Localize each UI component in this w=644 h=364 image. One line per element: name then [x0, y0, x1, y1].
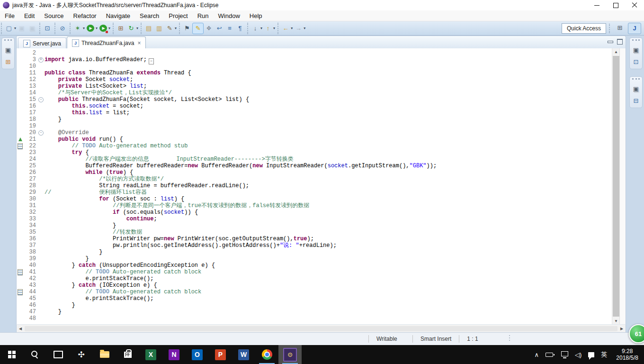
scroll-left-icon[interactable]: ◀ — [17, 327, 24, 331]
line-number[interactable]: 48 — [24, 315, 37, 322]
open-console-button[interactable]: ⊡ — [42, 23, 53, 34]
show-whitespace-button[interactable]: ¶ — [235, 23, 245, 34]
marker-gutter[interactable] — [17, 116, 24, 123]
code-line[interactable]: 14 /*与Server中的Socket，List实现接洽*/ — [17, 90, 612, 96]
marker-gutter[interactable] — [17, 289, 24, 295]
line-number[interactable]: 42 — [24, 275, 37, 282]
ime-indicator[interactable]: 英 — [598, 345, 610, 364]
back-button[interactable]: ← — [280, 23, 291, 34]
marker-gutter[interactable] — [17, 176, 24, 182]
code-line[interactable]: 32 if (soc.equals(socket)) { — [17, 209, 612, 216]
fold-gutter[interactable] — [37, 222, 45, 229]
line-number[interactable]: 3 — [24, 56, 37, 63]
marker-gutter[interactable] — [17, 96, 24, 103]
marker-gutter[interactable] — [17, 236, 24, 242]
code-line[interactable]: 38 } — [17, 249, 612, 255]
code-line[interactable]: 23 try { — [17, 149, 612, 156]
next-annotation-button[interactable]: ↓ — [250, 23, 260, 34]
fold-gutter[interactable] — [37, 123, 45, 129]
code-line[interactable]: 31 //判断是不是同一个客户端，true不转发读到的数据，false转发读到的… — [17, 202, 612, 209]
marker-gutter[interactable] — [17, 209, 24, 216]
code-line[interactable]: 17 this.list = list; — [17, 109, 612, 116]
line-number[interactable]: 15 — [24, 96, 37, 103]
code-line[interactable]: 21 public void run() { — [17, 136, 612, 143]
code-editor[interactable]: 23+import java.io.BufferedReader;⋯1011pu… — [16, 48, 626, 325]
console-button[interactable]: ⊟ — [631, 96, 641, 105]
line-number[interactable]: 35 — [24, 229, 37, 236]
line-number[interactable]: 36 — [24, 236, 37, 242]
line-number[interactable]: 14 — [24, 90, 37, 96]
line-number[interactable]: 25 — [24, 163, 37, 169]
code-line[interactable]: 46 } — [17, 302, 612, 309]
horizontal-scrollbar[interactable]: ◀ ▶ — [16, 324, 626, 333]
marker-gutter[interactable] — [17, 123, 24, 129]
code-line[interactable]: 3+import java.io.BufferedReader;⋯ — [17, 56, 612, 63]
marker-gutter[interactable] — [17, 76, 24, 83]
fold-toggle-icon[interactable]: - — [38, 130, 44, 136]
forward-button[interactable]: → — [293, 23, 304, 34]
marker-gutter[interactable] — [17, 255, 24, 262]
code-line[interactable]: 24 //读取客户端发出的信息 InputStreamReader-------… — [17, 156, 612, 163]
code-line[interactable]: 48 — [17, 315, 612, 322]
line-number[interactable]: 11 — [24, 70, 37, 76]
code-line[interactable]: 18 } — [17, 116, 612, 123]
line-number[interactable]: 28 — [24, 182, 37, 189]
menu-refactor[interactable]: Refactor — [69, 11, 101, 20]
line-number[interactable]: 31 — [24, 202, 37, 209]
line-number[interactable]: 24 — [24, 156, 37, 163]
code-line[interactable]: 47 } — [17, 309, 612, 315]
restore-view-button[interactable]: ▣ — [631, 84, 641, 93]
fold-gutter[interactable] — [37, 216, 45, 222]
menu-help[interactable]: Help — [245, 11, 267, 20]
code-line[interactable]: 42 e.printStackTrace(); — [17, 275, 612, 282]
minimize-button[interactable] — [587, 0, 606, 10]
overview-ruler[interactable] — [619, 48, 626, 325]
code-line[interactable]: 41 // TODO Auto-generated catch block — [17, 269, 612, 275]
marker-gutter[interactable] — [17, 70, 24, 76]
tray-chevron[interactable]: ∧ — [531, 345, 542, 364]
code-line[interactable]: 12 private Socket socket; — [17, 76, 612, 83]
line-number[interactable]: 16 — [24, 103, 37, 109]
menu-edit[interactable]: Edit — [19, 11, 39, 20]
open-perspective-button[interactable]: ⊞ — [614, 23, 626, 33]
code-line[interactable]: 36 PrintWriter pw=new PrintWriter(soc.ge… — [17, 236, 612, 242]
marker-gutter[interactable] — [17, 169, 24, 176]
code-line[interactable]: 2 — [17, 50, 612, 56]
last-edit-location-button[interactable]: ↩ — [214, 23, 224, 34]
new-wizard-dropdown-icon[interactable]: ▾ — [14, 26, 16, 30]
marker-gutter[interactable] — [17, 302, 24, 309]
restore-view-button[interactable]: ▣ — [631, 46, 641, 54]
code-line[interactable]: 11public class ThreadZhuanFa extends Thr… — [17, 70, 612, 76]
rail-grip[interactable] — [4, 39, 12, 42]
menu-run[interactable]: Run — [193, 11, 214, 20]
line-number[interactable]: 40 — [24, 262, 37, 269]
code-line[interactable]: 15- public ThreadZhuanFa(Socket socket, … — [17, 96, 612, 103]
vertical-scrollbar[interactable]: ▲ ▼ — [612, 48, 620, 325]
fold-gutter[interactable] — [37, 209, 45, 216]
debug-button[interactable]: ✶ — [72, 23, 83, 34]
fold-gutter[interactable] — [37, 275, 45, 282]
marker-gutter[interactable] — [17, 136, 24, 143]
line-number[interactable]: 13 — [24, 83, 37, 90]
scroll-up-icon[interactable]: ▲ — [612, 48, 620, 55]
tab-close-icon[interactable]: × — [137, 40, 141, 46]
fold-gutter[interactable] — [37, 116, 45, 123]
code-line[interactable]: 33 continue; — [17, 216, 612, 222]
pinwheel-app-taskbar-button[interactable]: ✣ — [70, 345, 93, 364]
fold-gutter[interactable] — [37, 90, 45, 96]
code-line[interactable]: 35 //转发数据 — [17, 229, 612, 236]
menu-source[interactable]: Source — [39, 11, 68, 20]
code-line[interactable]: 45 e.printStackTrace(); — [17, 295, 612, 302]
fold-gutter[interactable] — [37, 176, 45, 182]
run-external-tools-button[interactable]: ▶ — [98, 23, 108, 34]
tray-battery-icon[interactable] — [542, 345, 558, 364]
fold-gutter[interactable] — [37, 295, 45, 302]
fold-toggle-icon[interactable]: - — [38, 97, 44, 102]
task-view-taskbar-button[interactable] — [46, 345, 70, 364]
code-line[interactable]: 37 pw.println(soc.getInetAddress().getHo… — [17, 242, 612, 249]
run-dropdown-icon[interactable]: ▾ — [96, 26, 98, 30]
line-number[interactable]: 46 — [24, 302, 37, 309]
fold-gutter[interactable] — [37, 63, 45, 70]
line-number[interactable]: 43 — [24, 282, 37, 289]
fold-gutter[interactable] — [37, 109, 45, 116]
